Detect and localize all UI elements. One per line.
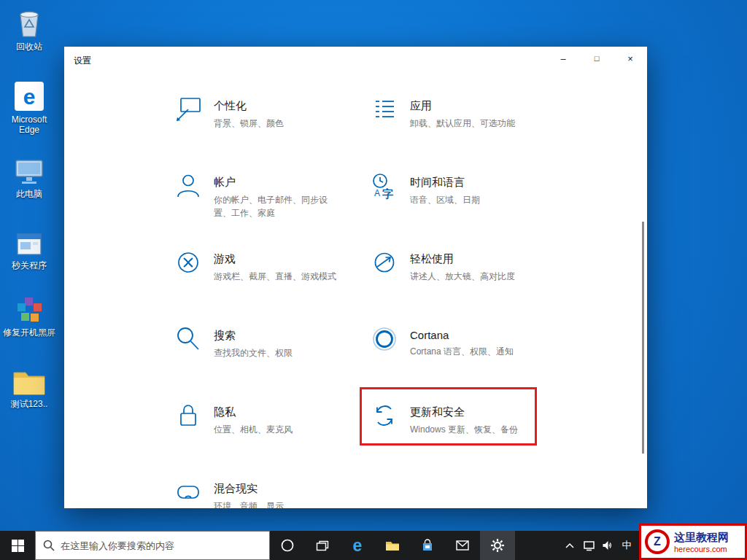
settings-category-update-security[interactable]: 更新和安全 Windows 更新、恢复、备份 [370, 401, 566, 478]
window-scrollbar[interactable] [642, 222, 644, 454]
settings-category-grid: 个性化 背景、锁屏、颜色 应用 卸载、默认应用、可选功能 [174, 95, 566, 508]
category-title: Cortana [410, 329, 540, 341]
watermark-url: herecours.com [674, 545, 729, 553]
file-explorer-button[interactable] [375, 531, 410, 560]
title-bar: 设置 – □ × [64, 47, 647, 71]
category-subtitle: 背景、锁屏、颜色 [214, 117, 344, 130]
settings-category-gaming[interactable]: 游戏 游戏栏、截屏、直播、游戏模式 [174, 248, 370, 324]
settings-category-cortana[interactable]: Cortana Cortana 语言、权限、通知 [370, 324, 566, 401]
category-title: 游戏 [214, 252, 344, 266]
close-button[interactable]: × [614, 47, 647, 70]
colored-cubes-icon [0, 292, 58, 325]
edge-icon: e [353, 537, 363, 554]
windows-logo-icon [12, 540, 24, 552]
taskbar-search-box[interactable] [35, 531, 270, 560]
settings-category-apps[interactable]: 应用 卸载、默认应用、可选功能 [370, 95, 566, 171]
cortana-icon [370, 324, 399, 354]
chevron-up-icon [565, 542, 575, 549]
start-button[interactable] [0, 531, 35, 560]
svg-text:字: 字 [382, 187, 393, 200]
recycle-bin-icon [0, 6, 58, 39]
desktop-icon-label: Microsoft Edge [0, 114, 58, 136]
svg-text:e: e [23, 85, 36, 109]
desktop-icon-label: 测试123.. [0, 399, 58, 409]
volume-button[interactable] [598, 531, 617, 560]
speaker-icon [602, 540, 614, 551]
taskbar-search-input[interactable] [61, 540, 262, 551]
cortana-icon [280, 538, 295, 553]
gaming-icon [174, 248, 203, 277]
caption-buttons: – □ × [546, 47, 647, 70]
desktop-icon-this-pc[interactable]: 此电脑 [0, 153, 58, 199]
minimize-button[interactable]: – [546, 47, 580, 70]
svg-text:A: A [374, 188, 380, 198]
this-pc-icon [0, 153, 58, 187]
search-icon [174, 324, 203, 354]
desktop-icon-label: 修复开机黑屏 [0, 327, 58, 338]
settings-category-personalization[interactable]: 个性化 背景、锁屏、颜色 [174, 95, 370, 171]
ease-of-access-icon [370, 248, 399, 277]
category-subtitle: 你的帐户、电子邮件、同步设置、工作、家庭 [214, 193, 344, 219]
accounts-icon [174, 171, 203, 201]
watermark-title: 这里教程网 [674, 531, 729, 545]
mail-button[interactable] [445, 531, 480, 560]
desktop-icon-recycle-bin[interactable]: 回收站 [0, 6, 58, 52]
task-view-button[interactable] [305, 531, 340, 560]
desktop-icon-label: 秒关程序 [0, 260, 58, 271]
store-button[interactable] [410, 531, 445, 560]
category-title: 时间和语言 [410, 176, 540, 190]
category-title: 应用 [410, 99, 540, 113]
gear-icon [490, 538, 505, 553]
search-icon [43, 540, 55, 551]
category-title: 个性化 [214, 99, 344, 113]
tray-chevron-button[interactable] [560, 531, 579, 560]
category-subtitle: 位置、相机、麦克风 [214, 423, 344, 436]
desktop-icon-label: 回收站 [0, 42, 58, 52]
category-title: 更新和安全 [410, 405, 540, 419]
category-subtitle: 讲述人、放大镜、高对比度 [410, 270, 540, 283]
settings-category-search[interactable]: 搜索 查找我的文件、权限 [174, 324, 370, 401]
watermark-text: 这里教程网 herecours.com [674, 531, 729, 553]
watermark: Z 这里教程网 herecours.com [639, 524, 747, 560]
desktop-icon-edge[interactable]: e Microsoft Edge [0, 79, 58, 136]
category-title: 混合现实 [214, 482, 344, 496]
category-subtitle: 游戏栏、截屏、直播、游戏模式 [214, 270, 344, 283]
folder-icon [0, 363, 58, 397]
maximize-button[interactable]: □ [580, 47, 614, 70]
system-tray: 中 [560, 531, 636, 560]
folder-icon [385, 540, 400, 551]
category-subtitle: 卸载、默认应用、可选功能 [410, 117, 540, 130]
desktop-icon-miaoguan[interactable]: 秒关程序 [0, 225, 58, 271]
mail-icon [456, 540, 469, 551]
settings-category-time-language[interactable]: A 字 时间和语言 语音、区域、日期 [370, 171, 566, 248]
desktop: 回收站 e Microsoft Edge 此电脑 [0, 0, 747, 560]
watermark-logo: Z [645, 529, 670, 554]
category-subtitle: Windows 更新、恢复、备份 [410, 423, 540, 436]
category-subtitle: 环境、音频、显示 [214, 499, 344, 508]
time-language-icon: A 字 [370, 171, 399, 201]
category-title: 搜索 [214, 329, 344, 343]
desktop-icon-label: 此电脑 [0, 189, 58, 199]
settings-category-accounts[interactable]: 帐户 你的帐户、电子邮件、同步设置、工作、家庭 [174, 171, 370, 248]
category-subtitle: Cortana 语言、权限、通知 [410, 345, 540, 358]
category-title: 帐户 [214, 176, 344, 190]
edge-button[interactable]: e [340, 531, 375, 560]
settings-category-privacy[interactable]: 隐私 位置、相机、麦克风 [174, 401, 370, 478]
ime-indicator[interactable]: 中 [617, 531, 636, 560]
category-title: 轻松使用 [410, 252, 540, 266]
desktop-icon-fix-black-screen[interactable]: 修复开机黑屏 [0, 292, 58, 338]
network-icon [583, 540, 595, 551]
store-icon [421, 539, 434, 552]
network-button[interactable] [579, 531, 598, 560]
category-subtitle: 语音、区域、日期 [410, 193, 540, 206]
settings-category-ease-of-access[interactable]: 轻松使用 讲述人、放大镜、高对比度 [370, 248, 566, 324]
app-window-icon [0, 225, 58, 258]
cortana-button[interactable] [270, 531, 305, 560]
settings-category-mixed-reality[interactable]: 混合现实 环境、音频、显示 [174, 478, 370, 508]
edge-icon: e [0, 79, 58, 112]
window-title: 设置 [74, 55, 91, 67]
settings-button[interactable] [480, 531, 515, 560]
task-view-icon [316, 540, 329, 551]
desktop-icon-test-folder[interactable]: 测试123.. [0, 363, 58, 409]
category-subtitle: 查找我的文件、权限 [214, 346, 344, 359]
